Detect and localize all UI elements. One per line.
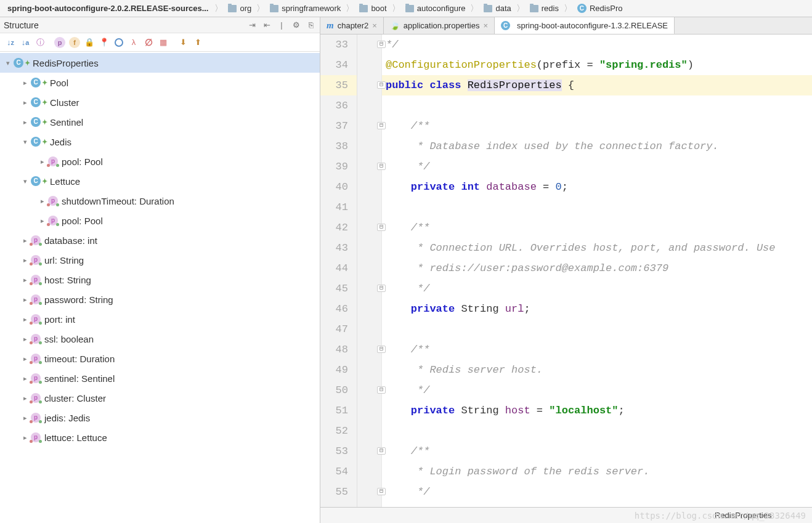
download-icon[interactable]: ⬇ <box>176 36 190 49</box>
code-line[interactable]: */ <box>382 380 812 400</box>
show-properties-icon[interactable]: p <box>54 37 65 48</box>
chevron-right-icon[interactable]: ▸ <box>20 118 31 126</box>
close-icon[interactable]: × <box>483 21 488 30</box>
lambda-icon[interactable]: λ <box>127 36 140 49</box>
tree-row[interactable]: ▸pcluster: Cluster <box>0 388 320 408</box>
tree-row[interactable]: ▸ptimeout: Duration <box>0 349 320 368</box>
line-number[interactable]: 41 <box>320 197 357 217</box>
breadcrumb-item[interactable]: springframework <box>266 0 344 17</box>
line-number[interactable]: 43 <box>320 238 357 258</box>
line-number[interactable]: 36 <box>320 95 357 116</box>
chevron-down-icon[interactable]: ▾ <box>2 59 14 67</box>
code-line[interactable] <box>382 421 812 441</box>
line-number[interactable]: 52 <box>320 421 357 441</box>
line-number[interactable]: 46 <box>320 299 357 319</box>
tree-root-row[interactable]: ▾ C ✦ RedisProperties <box>0 53 320 73</box>
tree-row[interactable]: ▸phost: String <box>0 270 320 290</box>
tree-row[interactable]: ▸C✦Sentinel <box>0 112 320 132</box>
structure-tree[interactable]: ▾ C ✦ RedisProperties ▸C✦Pool▸C✦Cluster▸… <box>0 52 320 523</box>
fold-gutter[interactable]: ⊟⊟⊟⊟⊟⊟⊟⊟⊟⊟ <box>357 34 382 507</box>
fold-icon[interactable]: ⊟ <box>377 386 386 394</box>
code-line[interactable]: */ <box>382 482 812 502</box>
lock-icon[interactable]: 🔒 <box>83 36 96 49</box>
circle-icon[interactable] <box>112 36 126 49</box>
line-number[interactable]: 37 <box>320 116 357 136</box>
code-line[interactable]: private int database = 0; <box>382 177 812 197</box>
code-line[interactable]: * Login password of the redis server. <box>382 461 812 482</box>
upload-icon[interactable]: ⬆ <box>191 36 205 49</box>
code-area[interactable]: */@ConfigurationProperties(prefix = "spr… <box>382 34 812 507</box>
line-number[interactable]: 33 <box>320 34 357 55</box>
tree-row[interactable]: ▸C✦Cluster <box>0 92 320 112</box>
code-line[interactable]: */ <box>382 34 812 55</box>
expand-icon[interactable]: ⇤ <box>262 20 272 30</box>
fold-icon[interactable]: ⊟ <box>377 488 386 495</box>
code-line[interactable]: /** <box>382 116 812 136</box>
editor-tab[interactable]: mchapter2× <box>320 17 384 34</box>
line-number[interactable]: 38 <box>320 136 357 156</box>
hide-icon[interactable]: ⎘ <box>306 20 316 30</box>
line-number[interactable]: 50 <box>320 380 357 400</box>
tree-row[interactable]: ▸C✦Pool <box>0 73 320 92</box>
line-number[interactable]: 44 <box>320 258 357 278</box>
fold-icon[interactable]: ⊟ <box>377 447 386 455</box>
breadcrumb-item[interactable]: org <box>224 0 255 17</box>
chevron-down-icon[interactable]: ▾ <box>20 138 31 146</box>
show-inherited-icon[interactable]: ⓘ <box>33 36 47 49</box>
tree-row[interactable]: ▸purl: String <box>0 250 320 270</box>
close-icon[interactable]: × <box>372 21 377 30</box>
line-number[interactable]: 53 <box>320 441 357 461</box>
code-line[interactable]: * redis://user:password@example.com:6379 <box>382 258 812 278</box>
code-line[interactable]: * Connection URL. Overrides host, port, … <box>382 238 812 258</box>
fold-icon[interactable]: ⊟ <box>377 285 386 292</box>
line-number[interactable]: 39 <box>320 156 357 177</box>
fold-icon[interactable]: ⊟ <box>377 122 386 129</box>
tree-row[interactable]: ▸pshutdownTimeout: Duration <box>0 191 320 211</box>
fold-icon[interactable]: ⊟ <box>377 81 386 89</box>
breadcrumb-root[interactable]: spring-boot-autoconfigure-2.0.2.RELEASE-… <box>2 0 213 17</box>
line-number[interactable]: 48 <box>320 339 357 360</box>
line-number[interactable]: 54 <box>320 461 357 482</box>
fold-icon[interactable]: ⊟ <box>377 163 386 170</box>
code-line[interactable] <box>382 197 812 217</box>
fold-icon[interactable]: ⊟ <box>377 346 386 353</box>
sort-z-icon[interactable]: ↓z <box>4 36 17 49</box>
tree-row[interactable]: ▾C✦Lettuce <box>0 171 320 191</box>
fold-icon[interactable]: ⊟ <box>377 224 386 231</box>
collapse-icon[interactable]: ⇥ <box>247 20 257 30</box>
code-line[interactable]: private String url; <box>382 299 812 319</box>
line-number[interactable]: 47 <box>320 319 357 339</box>
code-line[interactable]: */ <box>382 156 812 177</box>
code-line[interactable]: /** <box>382 441 812 461</box>
gear-icon[interactable]: ⚙ <box>291 20 301 30</box>
chevron-down-icon[interactable]: ▾ <box>20 177 31 185</box>
line-number[interactable]: 34 <box>320 55 357 75</box>
line-number[interactable]: 51 <box>320 400 357 421</box>
line-number[interactable]: 55 <box>320 482 357 502</box>
code-line[interactable] <box>382 95 812 116</box>
breadcrumb-file[interactable]: CRedisPro <box>574 0 626 17</box>
breadcrumb-item[interactable]: data <box>480 0 514 17</box>
tree-row[interactable]: ▸ppool: Pool <box>0 152 320 171</box>
chevron-right-icon[interactable]: ▸ <box>20 99 31 107</box>
breadcrumb-item[interactable]: autoconfigure <box>402 0 469 17</box>
tree-row[interactable]: ▸pdatabase: int <box>0 230 320 250</box>
sort-a-icon[interactable]: ↓a <box>18 36 32 49</box>
editor-tab[interactable]: 🍃application.properties× <box>384 17 495 34</box>
line-number[interactable]: 42 <box>320 217 357 238</box>
tree-row[interactable]: ▸psentinel: Sentinel <box>0 368 320 388</box>
line-number[interactable]: 40 <box>320 177 357 197</box>
tree-row[interactable]: ▸pport: int <box>0 309 320 329</box>
pin-icon[interactable]: 📍 <box>97 36 111 49</box>
code-editor[interactable]: 3334353637383940414243444546474849505152… <box>320 34 812 507</box>
breadcrumb-item[interactable]: redis <box>526 0 562 17</box>
code-line[interactable]: /** <box>382 339 812 360</box>
show-fields-icon[interactable]: f <box>69 37 80 48</box>
tree-row[interactable]: ▸ppool: Pool <box>0 211 320 230</box>
code-line[interactable] <box>382 319 812 339</box>
layout-icon[interactable]: ▦ <box>156 36 170 49</box>
code-line[interactable]: */ <box>382 278 812 299</box>
line-number[interactable]: 35 <box>320 75 357 95</box>
code-line[interactable]: @ConfigurationProperties(prefix = "sprin… <box>382 55 812 75</box>
code-line[interactable]: public class RedisProperties { <box>382 75 812 95</box>
